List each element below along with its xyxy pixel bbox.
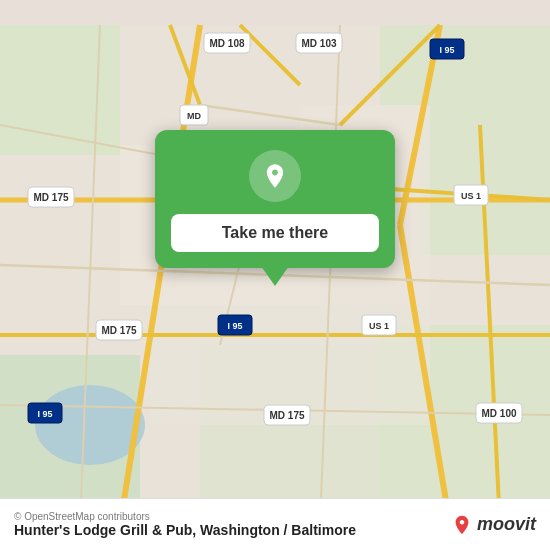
- moovit-logo: moovit: [451, 514, 536, 536]
- svg-text:MD 175: MD 175: [269, 410, 304, 421]
- svg-text:MD 100: MD 100: [481, 408, 516, 419]
- svg-text:I 95: I 95: [227, 321, 242, 331]
- svg-text:MD: MD: [187, 111, 201, 121]
- moovit-brand-text: moovit: [477, 514, 536, 535]
- location-pin-icon: [261, 162, 289, 190]
- svg-text:MD 175: MD 175: [33, 192, 68, 203]
- bottom-left-info: © OpenStreetMap contributors Hunter's Lo…: [14, 511, 356, 538]
- svg-rect-2: [380, 25, 550, 105]
- location-icon-circle: [249, 150, 301, 202]
- svg-text:US 1: US 1: [369, 321, 389, 331]
- moovit-pin-icon: [451, 514, 473, 536]
- take-me-there-button[interactable]: Take me there: [171, 214, 379, 252]
- svg-text:I 95: I 95: [37, 409, 52, 419]
- map-container: MD 108 MD 103 I 95 MD MD 175 100 US 1 MD…: [0, 0, 550, 550]
- svg-text:US 1: US 1: [461, 191, 481, 201]
- svg-text:I 95: I 95: [439, 45, 454, 55]
- copyright-text: © OpenStreetMap contributors: [14, 511, 356, 522]
- bottom-bar: © OpenStreetMap contributors Hunter's Lo…: [0, 498, 550, 550]
- svg-text:MD 103: MD 103: [301, 38, 336, 49]
- location-title: Hunter's Lodge Grill & Pub, Washington /…: [14, 522, 356, 538]
- popup-card: Take me there: [155, 130, 395, 268]
- svg-text:MD 108: MD 108: [209, 38, 244, 49]
- svg-text:MD 175: MD 175: [101, 325, 136, 336]
